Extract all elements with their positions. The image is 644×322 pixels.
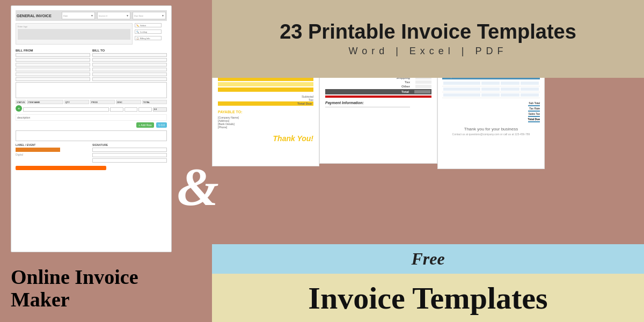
sig-title[interactable] [92,153,167,157]
to-zip[interactable] [92,77,167,81]
general-invoice-title: GENERAL INVOICE [17,14,60,18]
online-invoice-maker-label: Online Invoice Maker [11,266,138,311]
free-templates-section: Free Invoice Templates [212,244,644,322]
col-quantity: QTY [64,100,89,104]
due-date-field[interactable]: Due Date ▼ [133,12,166,19]
bottom-fields: LABEL / EVENT Digital SIGNATURE [16,143,167,164]
payable-title: PAYABLE TO: [218,110,313,114]
lookup-btn[interactable]: 🔍 Lookup [135,30,162,34]
blue-service-row-1 [442,80,540,86]
col-discount: DISC [116,100,141,104]
total-row: Total Due [218,101,313,106]
yellow-row-5 [218,87,313,92]
red-accent-bar [325,96,431,98]
col-total: TOTAL [142,100,167,104]
submit-btn[interactable] [16,166,106,170]
free-strip: Free [212,244,644,274]
from-address1[interactable] [16,58,90,62]
printable-title: 23 Printable Invoice Templates [280,21,576,43]
invoice-form-mockup: GENERAL INVOICE Date ▼ Invoice # ▼ Due D… [11,5,172,252]
signature-col: SIGNATURE [92,143,167,164]
update-btn[interactable]: ↻ 0.0 [156,122,167,128]
from-name[interactable] [16,53,90,57]
bill-to-col: BILL TO [92,47,167,82]
page-background: GENERAL INVOICE Date ▼ Invoice # ▼ Due D… [0,0,644,322]
blue-service-row-2 [442,86,540,92]
from-zip[interactable] [16,77,90,81]
bottom-notes[interactable] [16,130,167,141]
bill-from-title: BILL FROM [16,49,90,52]
billing-section: BILL FROM BILL TO [16,47,167,82]
right-section: INVOICE [Company Name] Date: ___________… [212,0,644,322]
item-description[interactable]: description [16,114,167,121]
invoice-templates-strip: Invoice Templates [212,274,644,322]
yellow-subtotals: Subtotal Tax Total Due [218,95,313,106]
label-bar[interactable] [16,148,60,152]
blue-total-section: Sub Total Tax Rate Sales Tax Total Due [442,101,540,123]
from-city[interactable] [16,68,90,71]
col-status: STATUS [16,100,26,104]
line-items-section: STATUS ITEM NAME QTY PRICE DISC TOTAL + … [16,100,167,129]
form-header: GENERAL INVOICE Date ▼ Invoice # ▼ Due D… [16,10,167,21]
payable-info: [Company Name][Address][Bank Details][Ph… [218,116,313,129]
from-state[interactable] [16,72,90,76]
printable-subtitle: Word | Excel | PDF [348,46,507,57]
bill-from-col: BILL FROM [16,47,90,82]
add-row-btn[interactable]: + Add Row [136,122,153,128]
to-address2[interactable] [92,63,167,67]
label-event-col: LABEL / EVENT Digital [16,143,90,164]
add-item-btn[interactable]: + [16,105,22,112]
line-items-header: STATUS ITEM NAME QTY PRICE DISC TOTAL [16,100,167,104]
sig-name[interactable] [92,148,167,152]
bill-to-title: BILL TO [92,49,167,52]
col-itemname: ITEM NAME [27,100,63,104]
invoice-templates-label: Invoice Templates [308,280,547,316]
col-price: PRICE [90,100,115,104]
sig-date[interactable] [92,158,167,163]
blue-service-row-3 [442,92,540,98]
yellow-row-4 [218,82,313,86]
thank-you: Thank You! [218,134,313,143]
billing-btn[interactable]: 📋 Billing Info [135,36,162,40]
from-address2[interactable] [16,63,90,67]
invoice-num-field[interactable]: Invoice # ▼ [97,12,130,19]
notes-textarea[interactable] [16,82,167,98]
printable-section: 23 Printable Invoice Templates Word | Ex… [212,0,644,78]
blue-contact: Contact us at questions@company.com or c… [442,133,540,136]
payable-section: PAYABLE TO: [Company Name][Address][Bank… [218,110,313,143]
blue-thank-you: Thank you for your business [442,127,540,131]
to-name[interactable] [92,53,167,57]
to-state[interactable] [92,72,167,76]
free-label: Free [411,249,444,269]
to-city[interactable] [92,68,167,71]
to-address1[interactable] [92,58,167,62]
select-btn[interactable]: ✏️ Select [135,23,162,27]
payment-info-label: Payment Information: [325,101,431,105]
date-field[interactable]: Date ▼ [62,12,95,19]
payment-line [325,107,410,107]
